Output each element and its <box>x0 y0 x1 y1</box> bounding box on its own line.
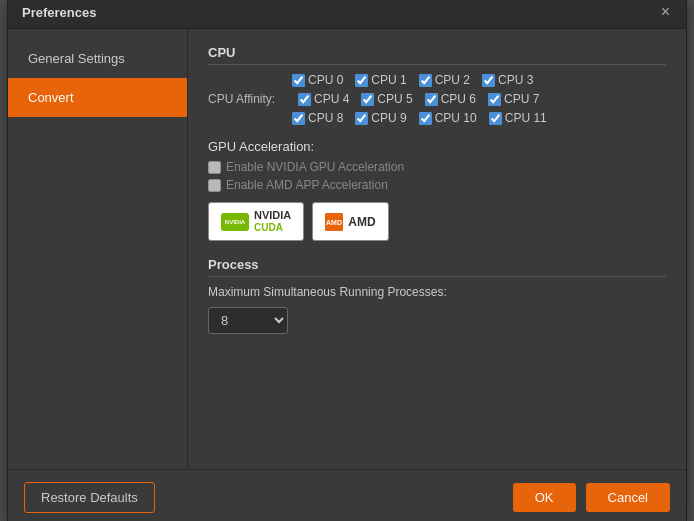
cpu-grid: CPU 0 CPU 1 CPU 2 CPU 3 <box>208 73 666 125</box>
cpu-affinity-label: CPU Affinity: <box>208 92 288 106</box>
dialog-footer: Restore Defaults OK Cancel <box>8 469 686 521</box>
cpu5-item[interactable]: CPU 5 <box>361 92 412 106</box>
content-area: CPU CPU 0 CPU 1 CPU 2 <box>188 29 686 469</box>
amd-option-label: Enable AMD APP Acceleration <box>226 178 388 192</box>
cpu10-item[interactable]: CPU 10 <box>419 111 477 125</box>
process-section-title: Process <box>208 257 666 277</box>
process-section: Process Maximum Simultaneous Running Pro… <box>208 257 666 334</box>
cpu0-item[interactable]: CPU 0 <box>292 73 343 87</box>
cpu-section-title: CPU <box>208 45 666 65</box>
title-bar: Preferences × <box>8 0 686 29</box>
nvidia-option-label: Enable NVIDIA GPU Acceleration <box>226 160 404 174</box>
close-button[interactable]: × <box>659 4 672 20</box>
svg-text:AMD: AMD <box>326 219 342 226</box>
dialog-body: General Settings Convert CPU CPU 0 <box>8 29 686 469</box>
cpu7-item[interactable]: CPU 7 <box>488 92 539 106</box>
cpu11-checkbox[interactable] <box>489 112 502 125</box>
cpu11-item[interactable]: CPU 11 <box>489 111 547 125</box>
cpu5-checkbox[interactable] <box>361 93 374 106</box>
gpu-section-title: GPU Acceleration: <box>208 139 666 154</box>
cpu4-checkbox[interactable] <box>298 93 311 106</box>
amd-button[interactable]: AMD AMD <box>312 202 388 241</box>
gpu-section: GPU Acceleration: Enable NVIDIA GPU Acce… <box>208 139 666 241</box>
dialog-title: Preferences <box>22 5 96 20</box>
cpu2-item[interactable]: CPU 2 <box>419 73 470 87</box>
nvidia-logo-icon: NVIDIA <box>221 213 249 231</box>
cpu-row-3: CPU 8 CPU 9 CPU 10 CPU 11 <box>208 111 666 125</box>
cpu2-checkbox[interactable] <box>419 74 432 87</box>
amd-btn-label: AMD <box>348 215 375 229</box>
gpu-buttons: NVIDIA NVIDIA CUDA AMD <box>208 202 666 241</box>
cpu1-checkbox[interactable] <box>355 74 368 87</box>
amd-logo-icon: AMD <box>325 213 343 231</box>
nvidia-button[interactable]: NVIDIA NVIDIA CUDA <box>208 202 304 241</box>
cpu4-item[interactable]: CPU 4 <box>298 92 349 106</box>
cpu9-item[interactable]: CPU 9 <box>355 111 406 125</box>
footer-right: OK Cancel <box>513 483 670 512</box>
cpu10-checkbox[interactable] <box>419 112 432 125</box>
cpu3-item[interactable]: CPU 3 <box>482 73 533 87</box>
max-processes-label: Maximum Simultaneous Running Processes: <box>208 285 666 299</box>
restore-defaults-button[interactable]: Restore Defaults <box>24 482 155 513</box>
sidebar: General Settings Convert <box>8 29 188 469</box>
nvidia-checkbox[interactable] <box>208 161 221 174</box>
cpu1-item[interactable]: CPU 1 <box>355 73 406 87</box>
cpu7-checkbox[interactable] <box>488 93 501 106</box>
cpu8-checkbox[interactable] <box>292 112 305 125</box>
amd-checkbox[interactable] <box>208 179 221 192</box>
nvidia-option: Enable NVIDIA GPU Acceleration <box>208 160 666 174</box>
cpu3-checkbox[interactable] <box>482 74 495 87</box>
sidebar-item-general-settings[interactable]: General Settings <box>8 39 187 78</box>
max-processes-select[interactable]: 1 2 3 4 5 6 7 8 12 16 <box>208 307 288 334</box>
cpu6-checkbox[interactable] <box>425 93 438 106</box>
cpu6-item[interactable]: CPU 6 <box>425 92 476 106</box>
ok-button[interactable]: OK <box>513 483 576 512</box>
cancel-button[interactable]: Cancel <box>586 483 670 512</box>
preferences-dialog: Preferences × General Settings Convert C… <box>7 0 687 521</box>
cpu-row-2: CPU Affinity: CPU 4 CPU 5 CPU 6 <box>208 92 666 106</box>
cpu8-item[interactable]: CPU 8 <box>292 111 343 125</box>
sidebar-item-convert[interactable]: Convert <box>8 78 187 117</box>
svg-text:NVIDIA: NVIDIA <box>225 219 246 225</box>
cpu9-checkbox[interactable] <box>355 112 368 125</box>
cpu0-checkbox[interactable] <box>292 74 305 87</box>
cpu-row-1: CPU 0 CPU 1 CPU 2 CPU 3 <box>208 73 666 87</box>
amd-option: Enable AMD APP Acceleration <box>208 178 666 192</box>
